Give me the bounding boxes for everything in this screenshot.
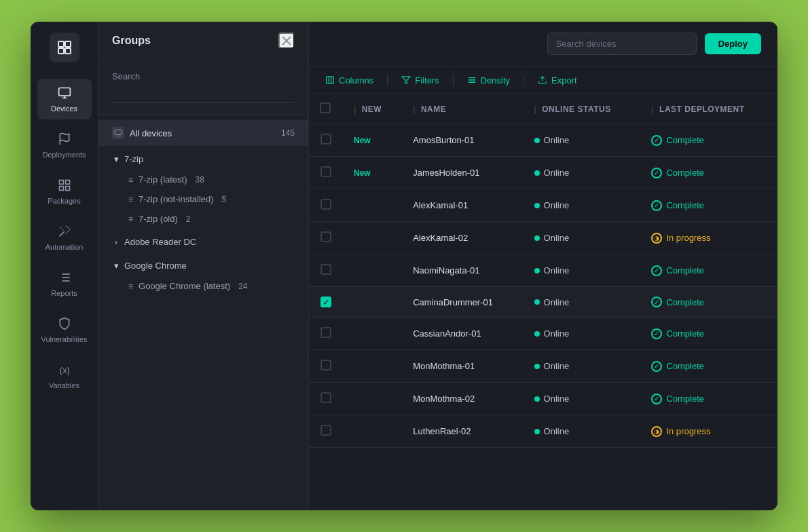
table-row: NaomiNagata-01 Online ✓ Complete — [309, 254, 777, 287]
list-icon — [57, 270, 72, 285]
groups-title: Groups — [112, 35, 151, 47]
cell-online-status: Online — [524, 318, 641, 350]
cell-online-status: Online — [524, 383, 641, 415]
sidebar-item-reports[interactable]: Reports — [37, 263, 92, 304]
cell-new — [343, 287, 402, 318]
7zip-latest-count: 38 — [196, 175, 204, 185]
row-checkbox[interactable] — [320, 134, 331, 145]
svg-text:(x): (x) — [59, 365, 70, 375]
groups-search-input[interactable] — [112, 87, 295, 103]
cell-checkbox — [309, 222, 343, 254]
row-checkbox[interactable] — [320, 327, 331, 338]
cell-online-status: Online — [524, 222, 641, 254]
cell-last-deployment: ✓ Complete — [640, 318, 777, 350]
chevron-right-icon: › — [112, 238, 120, 246]
deployment-status: ✓ Complete — [651, 168, 767, 178]
tree-item-7zip-not-installed[interactable]: ≡ 7-zip (not-installed) 5 — [98, 189, 308, 209]
row-checkbox[interactable] — [320, 392, 331, 403]
devices-label: Devices — [51, 104, 77, 113]
tree-item-chrome-latest[interactable]: ≡ Google Chrome (latest) 24 — [98, 276, 308, 296]
svg-rect-10 — [65, 187, 69, 191]
new-badge: New — [354, 168, 371, 178]
cell-checkbox — [309, 124, 343, 157]
cell-online-status: Online — [524, 415, 641, 448]
tree-section-chrome: ▾ Google Chrome ≡ Google Chrome (latest)… — [98, 255, 308, 296]
row-checkbox[interactable] — [320, 231, 331, 242]
online-dot — [534, 299, 540, 305]
table-row: ✓ CaminaDrummer-01 Online ✓ Complete — [309, 287, 777, 318]
groups-header: Groups — [98, 22, 308, 60]
sidebar-item-packages[interactable]: Packages — [37, 171, 92, 212]
7zip-not-installed-label: 7-zip (not-installed) — [139, 194, 214, 204]
deployment-status: ✓ Complete — [651, 135, 767, 146]
svg-rect-0 — [58, 41, 64, 47]
chrome-label: Google Chrome — [124, 261, 187, 271]
deploy-button[interactable]: Deploy — [705, 33, 761, 54]
online-dot — [534, 235, 540, 241]
tree-item-7zip-latest[interactable]: ≡ 7-zip (latest) 38 — [98, 170, 308, 189]
online-dot — [534, 138, 540, 143]
svg-rect-8 — [59, 180, 63, 185]
row-checkbox[interactable] — [320, 199, 331, 210]
all-devices-item[interactable]: All devices 145 — [98, 120, 308, 146]
complete-icon: ✓ — [651, 361, 662, 372]
svg-marker-26 — [402, 77, 410, 84]
online-dot — [534, 364, 540, 369]
chevron-down-icon: ▾ — [112, 155, 120, 164]
sidebar-item-vulnerabilities[interactable]: Vulnerabilities — [37, 309, 92, 350]
svg-rect-4 — [58, 88, 70, 96]
all-devices-count: 145 — [281, 128, 295, 138]
flag-icon — [57, 132, 72, 147]
deployment-status: ✓ Complete — [651, 328, 767, 339]
search-devices-input[interactable] — [547, 33, 697, 55]
cell-last-deployment: ✓ Complete — [640, 254, 777, 287]
columns-button[interactable]: Columns — [325, 75, 373, 86]
chevron-down-icon: ▾ — [112, 262, 120, 270]
cell-name: AmosBurton-01 — [402, 124, 523, 157]
cell-online-status: Online — [524, 189, 641, 222]
filters-label: Filters — [415, 75, 439, 86]
cell-checkbox — [309, 254, 343, 287]
cell-name: AlexKamal-01 — [402, 189, 523, 222]
cell-online-status: Online — [524, 124, 641, 157]
sidebar-item-deployments[interactable]: Deployments — [37, 125, 92, 166]
tree-section-chrome-header[interactable]: ▾ Google Chrome — [98, 255, 308, 276]
density-button[interactable]: Density — [467, 75, 510, 86]
wand-icon — [57, 224, 72, 239]
sidebar-item-devices[interactable]: Devices — [37, 79, 92, 119]
tree-section-7zip-label: 7-zip — [124, 154, 143, 164]
row-checkbox[interactable]: ✓ — [320, 297, 331, 307]
row-checkbox[interactable] — [320, 166, 331, 177]
7zip-not-installed-count: 5 — [222, 195, 227, 204]
cell-last-deployment: ✓ Complete — [640, 189, 777, 222]
export-button[interactable]: Export — [538, 75, 577, 86]
online-status: Online — [534, 233, 630, 243]
online-status: Online — [534, 200, 630, 210]
cell-online-status: Online — [524, 157, 641, 189]
tree-section-7zip-header[interactable]: ▾ 7-zip — [98, 149, 308, 170]
close-groups-button[interactable] — [278, 33, 295, 49]
online-dot — [534, 203, 540, 208]
device-table: | New | Name | Online status | — [309, 94, 777, 448]
filters-button[interactable]: Filters — [401, 75, 439, 86]
tree-item-7zip-old[interactable]: ≡ 7-zip (old) 2 — [98, 209, 308, 229]
select-all-checkbox[interactable] — [320, 102, 331, 113]
svg-rect-2 — [58, 48, 64, 54]
cell-new — [343, 350, 402, 383]
row-checkbox[interactable] — [320, 264, 331, 275]
sidebar-nav: Devices Deployments Packages — [31, 22, 98, 510]
complete-icon: ✓ — [651, 135, 662, 146]
row-checkbox[interactable] — [320, 425, 331, 436]
table-row: AlexKamal-01 Online ✓ Complete — [309, 189, 777, 222]
sidebar-item-automation[interactable]: Automation — [37, 217, 92, 258]
tree-section-7zip: ▾ 7-zip ≡ 7-zip (latest) 38 ≡ 7-zip (not… — [98, 149, 308, 229]
deployment-status: ✓ Complete — [651, 361, 767, 372]
table-row: New AmosBurton-01 Online ✓ Complete — [309, 124, 777, 157]
row-checkbox[interactable] — [320, 360, 331, 370]
svg-rect-1 — [65, 41, 71, 47]
sidebar-item-variables[interactable]: (x) Variables — [37, 356, 92, 396]
tree-section-adobe-header[interactable]: › Adobe Reader DC — [98, 231, 308, 252]
7zip-old-label: 7-zip (old) — [139, 214, 178, 224]
complete-icon: ✓ — [651, 200, 662, 211]
table-row: MonMothma-01 Online ✓ Complete — [309, 350, 777, 383]
